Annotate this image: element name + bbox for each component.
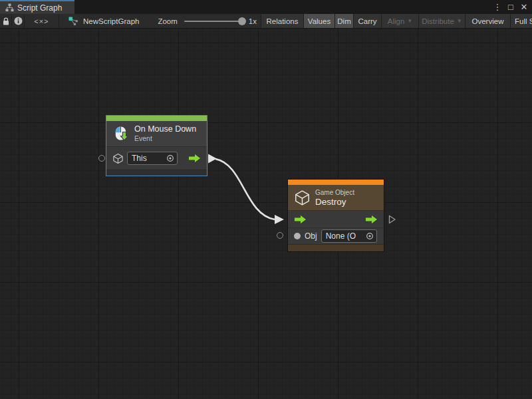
carry-button[interactable]: Carry [353,14,381,28]
event-target-input-port[interactable] [98,155,105,162]
obj-input-port[interactable] [294,233,301,239]
flow-output-port[interactable] [188,154,201,163]
obj-value: None (O [326,231,366,241]
dropdown-arrow-icon: ▼ [407,18,412,24]
dropdown-arrow-icon: ▼ [457,18,462,24]
target-value-field[interactable]: This [127,152,178,165]
zoom-slider[interactable] [184,21,243,22]
window-controls: ⋮ □ ✕ [491,0,531,14]
mouse-down-event-icon [112,125,130,142]
zoom-control: Zoom 1x [158,14,261,28]
node-header-text: On Mouse Down Event [134,124,196,143]
lock-icon [2,17,10,26]
object-picker-icon[interactable] [166,154,174,162]
node-port-row: This [106,147,207,170]
relations-button[interactable]: Relations [261,14,303,28]
node-title: Destroy [315,197,354,207]
node-header[interactable]: On Mouse Down Event [106,121,207,147]
info-icon [14,17,23,25]
graph-hierarchy-icon [5,3,14,12]
node-subtitle: Event [134,134,196,143]
dim-button[interactable]: Dim [334,14,353,28]
info-button[interactable] [12,14,24,28]
graph-breadcrumb[interactable]: NewScriptGraph [59,14,146,28]
flow-input-port[interactable] [294,215,307,224]
script-graph-window: Script Graph ⋮ □ ✕ <×> [0,0,532,399]
lock-button[interactable] [0,14,12,28]
distribute-dropdown[interactable]: Distribute ▼ [418,14,465,28]
flow-continue-triangle-icon[interactable] [388,215,396,224]
zoom-slider-handle[interactable] [238,17,246,25]
node-destroy[interactable]: Game Object Destroy Obj None (O [287,179,384,252]
code-view-button[interactable]: <×> [25,14,59,28]
object-picker-icon[interactable] [366,232,374,240]
obj-port-label: Obj [305,231,317,241]
graph-toolbar: <×> NewScriptGraph Zoom 1x Relations Val… [0,14,532,29]
overview-button[interactable]: Overview [465,14,510,28]
node-footer [106,170,207,176]
obj-value-field[interactable]: None (O [321,229,377,243]
tab-script-graph[interactable]: Script Graph [0,0,74,14]
node-title: On Mouse Down [134,124,196,134]
maximize-icon[interactable]: □ [504,1,517,13]
tab-bar: Script Graph ⋮ □ ✕ [0,0,532,14]
node-on-mouse-down[interactable]: On Mouse Down Event This [106,115,207,176]
graph-canvas[interactable] [0,29,532,399]
node-flow-row [288,211,384,227]
target-value: This [132,154,166,163]
values-button[interactable]: Values [303,14,334,28]
destroy-obj-outer-port[interactable] [277,232,283,239]
node-footer [288,244,384,251]
flow-output-port[interactable] [365,215,378,224]
game-object-cube-icon [294,190,311,206]
node-input-row: Obj None (O [288,227,384,244]
align-dropdown[interactable]: Align ▼ [381,14,418,28]
tab-title: Script Graph [17,3,62,13]
graph-name: NewScriptGraph [83,17,139,25]
cube-icon [112,153,124,164]
script-graph-asset-icon [68,17,79,26]
code-view-icon: <×> [34,17,49,25]
node-accent-stripe [288,180,384,185]
fullscreen-button[interactable]: Full S [510,14,532,28]
toolbar-toggle-buttons: Relations Values Dim Carry Align ▼ Distr… [261,14,532,28]
node-header[interactable]: Game Object Destroy [288,185,384,211]
node-header-text: Game Object Destroy [315,188,354,207]
close-icon[interactable]: ✕ [517,1,531,13]
zoom-value: 1x [249,17,257,25]
zoom-label: Zoom [158,17,177,25]
window-menu-icon[interactable]: ⋮ [491,1,504,13]
node-accent-stripe [106,116,207,121]
node-category: Game Object [315,188,354,197]
